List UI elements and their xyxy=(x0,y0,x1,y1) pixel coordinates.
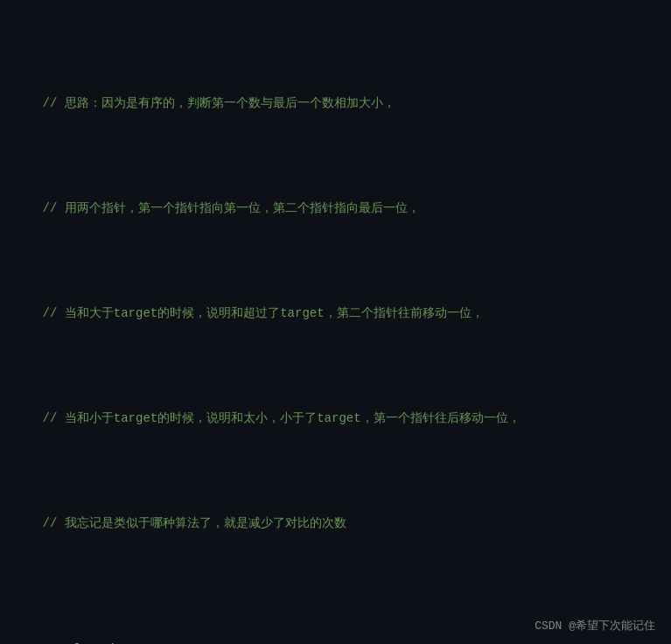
line-2: // 用两个指针，第一个指针指向第一位，第二个指针指向最后一位， xyxy=(0,198,671,219)
code-content: // 思路：因为是有序的，判断第一个数与最后一个数相加大小， // 用两个指针，… xyxy=(0,0,671,644)
line-1: // 思路：因为是有序的，判断第一个数与最后一个数相加大小， xyxy=(0,93,671,114)
code-editor: // 思路：因为是有序的，判断第一个数与最后一个数相加大小， // 用两个指针，… xyxy=(0,0,671,644)
line-3: // 当和大于target的时候，说明和超过了target，第二个指针往前移动一… xyxy=(0,303,671,324)
line-5: // 我忘记是类似于哪种算法了，就是减少了对比的次数 xyxy=(0,513,671,534)
watermark: CSDN @希望下次能记住 xyxy=(535,618,655,634)
line-4: // 当和小于target的时候，说明和太小，小于了target，第一个指针往后… xyxy=(0,408,671,429)
